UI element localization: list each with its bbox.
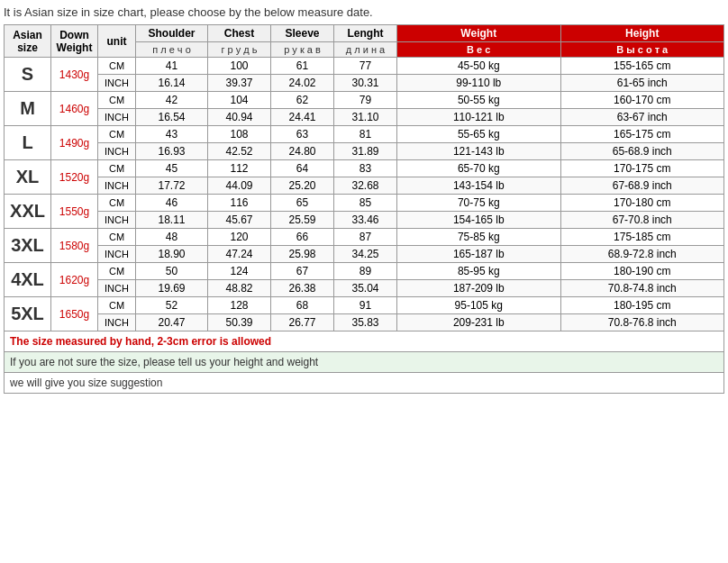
- size-label: XL: [5, 160, 51, 195]
- cyr-height: В ы с о т а: [560, 42, 724, 58]
- cyr-shoulder: п л е ч о: [136, 42, 208, 58]
- inch-sleeve: 24.02: [271, 75, 334, 92]
- unit-cm: CM: [98, 195, 136, 212]
- inch-length: 33.46: [334, 212, 397, 229]
- inch-height: 65-68.9 inch: [560, 143, 724, 160]
- inch-length: 32.68: [334, 177, 397, 195]
- inch-height: 70.8-74.8 inch: [560, 280, 724, 297]
- cm-weight: 55-65 kg: [397, 126, 561, 143]
- cm-sleeve: 62: [271, 92, 334, 109]
- inch-length: 31.89: [334, 143, 397, 160]
- size-row-cm: 3XL 1580g CM 48 120 66 87 75-85 kg 175-1…: [5, 229, 724, 246]
- size-chart-table: Asian size Down Weight unit Shoulder Che…: [4, 24, 724, 331]
- inch-sleeve: 26.38: [271, 280, 334, 297]
- cm-height: 160-170 cm: [560, 92, 724, 109]
- inch-chest: 45.67: [208, 212, 271, 229]
- unit-cm: CM: [98, 58, 136, 75]
- inch-sleeve: 24.80: [271, 143, 334, 160]
- cm-shoulder: 42: [136, 92, 208, 109]
- unit-inch: INCH: [98, 143, 136, 160]
- cm-chest: 124: [208, 263, 271, 280]
- col-header-down: Down Weight: [51, 25, 98, 58]
- inch-length: 31.10: [334, 109, 397, 126]
- cyr-length: д л и н а: [334, 42, 397, 58]
- cm-height: 180-195 cm: [560, 297, 724, 314]
- cm-weight: 50-55 kg: [397, 92, 561, 109]
- cm-shoulder: 46: [136, 195, 208, 212]
- unit-inch: INCH: [98, 177, 136, 195]
- inch-height: 61-65 inch: [560, 75, 724, 92]
- cm-length: 85: [334, 195, 397, 212]
- cm-shoulder: 48: [136, 229, 208, 246]
- inch-length: 30.31: [334, 75, 397, 92]
- cm-height: 165-175 cm: [560, 126, 724, 143]
- size-row-inch: INCH 18.11 45.67 25.59 33.46 154-165 lb …: [5, 212, 724, 229]
- cm-chest: 108: [208, 126, 271, 143]
- unit-cm: CM: [98, 297, 136, 314]
- cm-sleeve: 67: [271, 263, 334, 280]
- inch-chest: 50.39: [208, 314, 271, 331]
- inch-chest: 48.82: [208, 280, 271, 297]
- cm-shoulder: 45: [136, 160, 208, 177]
- cm-length: 87: [334, 229, 397, 246]
- col-header-weight: Weight: [397, 25, 561, 42]
- cm-height: 170-180 cm: [560, 195, 724, 212]
- unit-inch: INCH: [98, 212, 136, 229]
- unit-inch: INCH: [98, 314, 136, 331]
- size-row-cm: 4XL 1620g CM 50 124 67 89 85-95 kg 180-1…: [5, 263, 724, 280]
- inch-weight: 187-209 lb: [397, 280, 561, 297]
- inch-shoulder: 20.47: [136, 314, 208, 331]
- cm-height: 155-165 cm: [560, 58, 724, 75]
- size-table-body: S 1430g CM 41 100 61 77 45-50 kg 155-165…: [5, 58, 724, 331]
- inch-length: 35.83: [334, 314, 397, 331]
- down-weight-value: 1520g: [51, 160, 98, 195]
- cm-sleeve: 64: [271, 160, 334, 177]
- col-header-length: Lenght: [334, 25, 397, 42]
- col-header-sleeve: Sleeve: [271, 25, 334, 42]
- inch-height: 67-70.8 inch: [560, 212, 724, 229]
- inch-shoulder: 16.54: [136, 109, 208, 126]
- cm-weight: 95-105 kg: [397, 297, 561, 314]
- cm-chest: 116: [208, 195, 271, 212]
- unit-inch: INCH: [98, 109, 136, 126]
- size-row-cm: XL 1520g CM 45 112 64 83 65-70 kg 170-17…: [5, 160, 724, 177]
- cm-length: 79: [334, 92, 397, 109]
- footer-note1: The size measured by hand, 2-3cm error i…: [4, 331, 724, 352]
- inch-shoulder: 18.11: [136, 212, 208, 229]
- unit-cm: CM: [98, 229, 136, 246]
- inch-shoulder: 19.69: [136, 280, 208, 297]
- size-label: 3XL: [5, 229, 51, 263]
- cm-shoulder: 52: [136, 297, 208, 314]
- size-row-inch: INCH 20.47 50.39 26.77 35.83 209-231 lb …: [5, 314, 724, 331]
- inch-length: 34.25: [334, 246, 397, 263]
- cm-weight: 65-70 kg: [397, 160, 561, 177]
- inch-height: 63-67 inch: [560, 109, 724, 126]
- unit-cm: CM: [98, 263, 136, 280]
- size-label: S: [5, 58, 51, 92]
- inch-sleeve: 26.77: [271, 314, 334, 331]
- inch-shoulder: 17.72: [136, 177, 208, 195]
- cyr-weight: В е с: [397, 42, 561, 58]
- inch-chest: 47.24: [208, 246, 271, 263]
- inch-weight: 143-154 lb: [397, 177, 561, 195]
- inch-shoulder: 18.90: [136, 246, 208, 263]
- inch-weight: 110-121 lb: [397, 109, 561, 126]
- cm-sleeve: 66: [271, 229, 334, 246]
- size-row-inch: INCH 16.14 39.37 24.02 30.31 99-110 lb 6…: [5, 75, 724, 92]
- cm-chest: 120: [208, 229, 271, 246]
- inch-weight: 121-143 lb: [397, 143, 561, 160]
- size-row-inch: INCH 18.90 47.24 25.98 34.25 165-187 lb …: [5, 246, 724, 263]
- size-row-cm: S 1430g CM 41 100 61 77 45-50 kg 155-165…: [5, 58, 724, 75]
- inch-weight: 99-110 lb: [397, 75, 561, 92]
- inch-height: 70.8-76.8 inch: [560, 314, 724, 331]
- unit-cm: CM: [98, 126, 136, 143]
- cm-chest: 128: [208, 297, 271, 314]
- inch-sleeve: 25.20: [271, 177, 334, 195]
- size-label: XXL: [5, 195, 51, 229]
- cm-weight: 75-85 kg: [397, 229, 561, 246]
- cm-sleeve: 63: [271, 126, 334, 143]
- size-row-inch: INCH 19.69 48.82 26.38 35.04 187-209 lb …: [5, 280, 724, 297]
- size-row-inch: INCH 16.54 40.94 24.41 31.10 110-121 lb …: [5, 109, 724, 126]
- cm-height: 175-185 cm: [560, 229, 724, 246]
- size-row-cm: L 1490g CM 43 108 63 81 55-65 kg 165-175…: [5, 126, 724, 143]
